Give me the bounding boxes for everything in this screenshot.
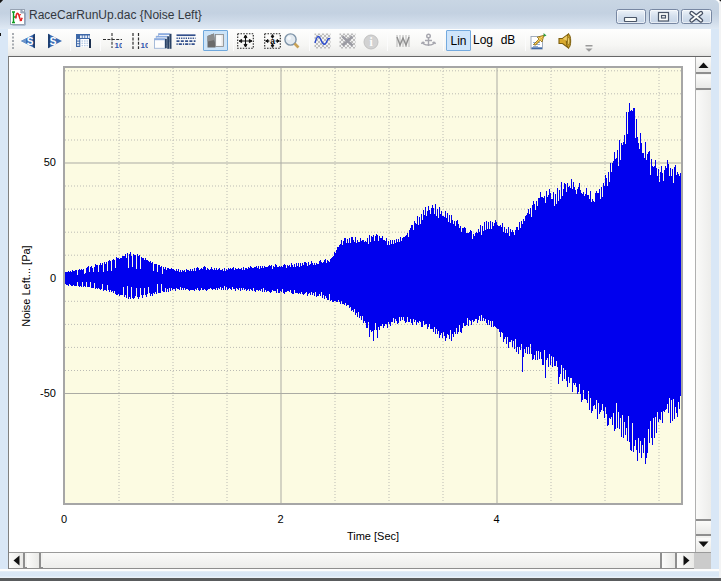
svg-text:10: 10 bbox=[141, 41, 149, 49]
svg-text:10: 10 bbox=[115, 41, 123, 50]
svg-text:a: a bbox=[270, 36, 275, 46]
svg-text:S: S bbox=[50, 36, 57, 47]
svg-text:S: S bbox=[27, 36, 34, 47]
